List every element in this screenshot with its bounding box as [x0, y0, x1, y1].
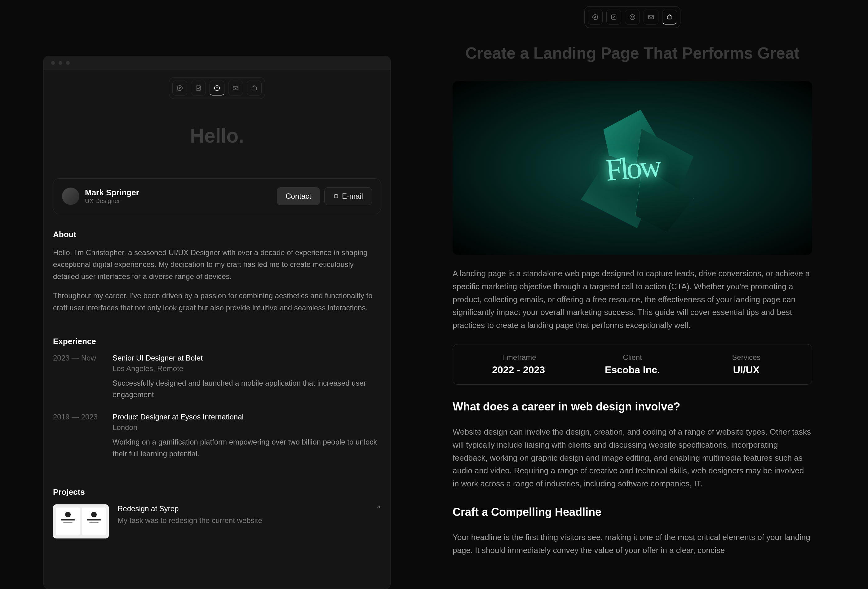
- svg-rect-7: [252, 87, 257, 90]
- email-button-label: E-mail: [342, 192, 363, 201]
- profile-info: Mark Springer UX Designer: [85, 188, 139, 205]
- hello-heading: Hello.: [44, 124, 390, 147]
- meta-card: Timeframe 2022 - 2023 Client Escoba Inc.…: [453, 344, 812, 385]
- svg-marker-10: [594, 16, 596, 18]
- svg-rect-6: [233, 87, 238, 90]
- project-info: Redesign at Syrep My task was to redesig…: [118, 504, 367, 525]
- traffic-close[interactable]: [51, 61, 55, 65]
- svg-point-14: [633, 16, 633, 17]
- exp-date: 2019 — 2023: [53, 413, 103, 459]
- nav-mail-icon[interactable]: [228, 81, 243, 96]
- exp-location: London: [112, 423, 381, 432]
- contact-button[interactable]: Contact: [277, 187, 320, 205]
- exp-date: 2023 — Now: [53, 354, 103, 400]
- project-desc: My task was to redesign the current webs…: [118, 516, 367, 525]
- profile-actions: Contact E-mail: [277, 187, 372, 205]
- exp-title: Senior UI Designer at Bolet: [112, 354, 381, 362]
- meta-services: Services UI/UX: [689, 353, 803, 376]
- experience-title: Experience: [53, 337, 381, 346]
- nav-compass-icon[interactable]: [172, 81, 187, 96]
- arrow-icon: [375, 504, 381, 511]
- nav-pill: [169, 77, 265, 99]
- hero-image: Flow: [453, 81, 812, 255]
- nav-briefcase-icon[interactable]: [247, 81, 262, 96]
- experience-item: 2019 — 2023 Product Designer at Eysos In…: [53, 413, 381, 459]
- section2-body: Your headline is the first thing visitor…: [453, 531, 812, 557]
- svg-point-9: [593, 15, 598, 20]
- exp-location: Los Angeles, Remote: [112, 364, 381, 373]
- meta-label: Services: [689, 353, 803, 362]
- section1-title: What does a career in web design involve…: [453, 400, 812, 413]
- nav-check-icon[interactable]: [606, 10, 621, 25]
- profile-role: UX Designer: [85, 198, 139, 205]
- meta-label: Timeframe: [462, 353, 575, 362]
- svg-rect-11: [612, 15, 616, 19]
- meta-value: UI/UX: [689, 364, 803, 376]
- exp-title: Product Designer at Eysos International: [112, 413, 381, 421]
- exp-body: Senior UI Designer at Bolet Los Angeles,…: [112, 354, 381, 400]
- svg-rect-16: [667, 16, 672, 19]
- nav-mail-icon[interactable]: [644, 10, 658, 25]
- svg-point-13: [632, 16, 632, 17]
- meta-label: Client: [575, 353, 689, 362]
- article-intro: A landing page is a standalone web page …: [453, 267, 812, 332]
- nav-compass-icon[interactable]: [588, 10, 603, 25]
- project-item[interactable]: Redesign at Syrep My task was to redesig…: [53, 504, 381, 539]
- project-title: Redesign at Syrep: [118, 504, 367, 513]
- nav-briefcase-icon[interactable]: [662, 10, 677, 25]
- avatar: [62, 187, 79, 205]
- email-button[interactable]: E-mail: [324, 187, 372, 205]
- section1-body: Website design can involve the design, c…: [453, 426, 812, 490]
- right-nav: [585, 6, 681, 28]
- svg-rect-15: [648, 16, 654, 19]
- about-p2: Throughout my career, I've been driven b…: [53, 290, 381, 314]
- exp-desc: Working on a gamification platform empow…: [112, 436, 381, 459]
- browser-frame: Hello. Mark Springer UX Designer Contact…: [43, 56, 391, 589]
- traffic-min[interactable]: [59, 61, 62, 65]
- meta-timeframe: Timeframe 2022 - 2023: [462, 353, 575, 376]
- profile-name: Mark Springer: [85, 188, 139, 198]
- nav-container: [44, 70, 390, 103]
- browser-topbar: [44, 56, 390, 70]
- projects-section: Projects Redesign at Syrep My task was t…: [44, 472, 390, 539]
- article-content: Create a Landing Page That Performs Grea…: [434, 43, 831, 557]
- svg-point-0: [177, 86, 183, 91]
- right-panel: Create a Landing Page That Performs Grea…: [434, 0, 868, 589]
- experience-item: 2023 — Now Senior UI Designer at Bolet L…: [53, 354, 381, 400]
- about-p1: Hello, I'm Christopher, a seasoned UI/UX…: [53, 247, 381, 282]
- hero-text: Flow: [604, 148, 661, 189]
- svg-marker-1: [179, 87, 181, 89]
- svg-rect-8: [335, 195, 338, 198]
- exp-desc: Successfully designed and launched a mob…: [112, 377, 381, 400]
- about-title: About: [53, 230, 381, 239]
- svg-point-12: [630, 15, 635, 20]
- article-title: Create a Landing Page That Performs Grea…: [453, 43, 812, 63]
- nav-check-icon[interactable]: [191, 81, 206, 96]
- nav-smile-icon[interactable]: [210, 81, 224, 96]
- traffic-max[interactable]: [66, 61, 70, 65]
- left-panel: Hello. Mark Springer UX Designer Contact…: [0, 0, 434, 589]
- svg-point-3: [214, 85, 220, 90]
- experience-section: Experience 2023 — Now Senior UI Designer…: [44, 321, 390, 459]
- exp-body: Product Designer at Eysos International …: [112, 413, 381, 459]
- about-section: About Hello, I'm Christopher, a seasoned…: [44, 214, 390, 314]
- meta-value: 2022 - 2023: [462, 364, 575, 376]
- svg-rect-2: [196, 86, 201, 90]
- right-nav-container: [434, 0, 831, 34]
- projects-title: Projects: [53, 487, 381, 497]
- profile-card: Mark Springer UX Designer Contact E-mail: [53, 178, 381, 214]
- section2-title: Craft a Compelling Headline: [453, 506, 812, 519]
- project-thumbnail: [53, 504, 109, 539]
- nav-smile-icon[interactable]: [625, 10, 640, 25]
- meta-client: Client Escoba Inc.: [575, 353, 689, 376]
- meta-value: Escoba Inc.: [575, 364, 689, 376]
